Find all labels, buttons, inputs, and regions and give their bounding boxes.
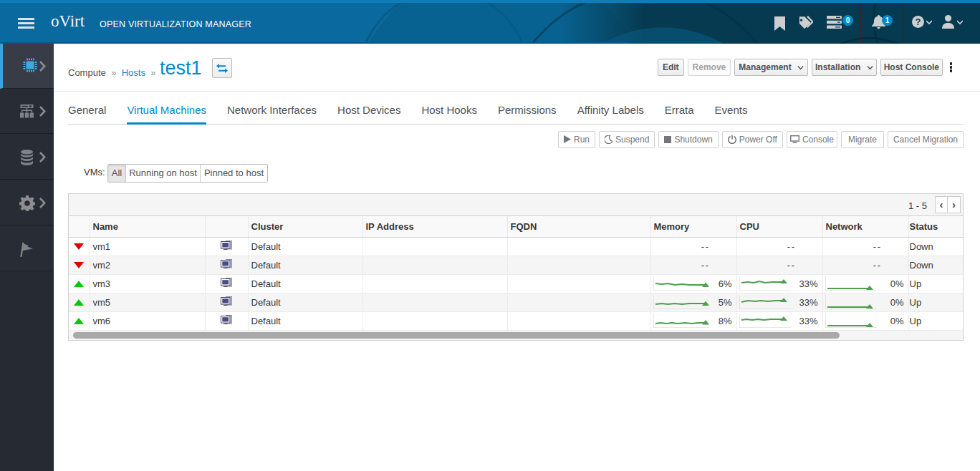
svg-text:?: ? — [916, 16, 921, 27]
